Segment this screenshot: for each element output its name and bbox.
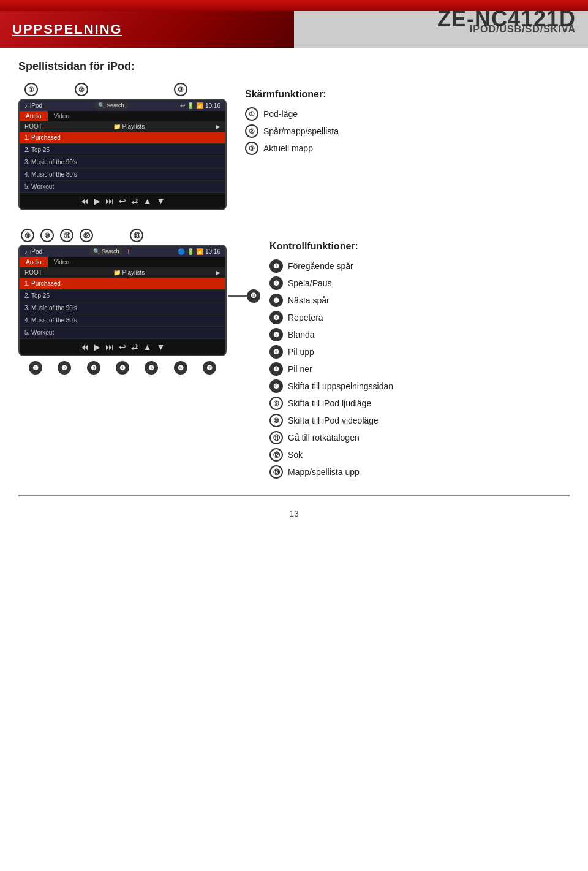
callout-11: ⑪ [60, 229, 74, 242]
ctrl-label-6: Pil upp [288, 347, 314, 357]
top-callout-row: ① ② ③ [18, 83, 227, 96]
ctrl-func-12: ⑫ Sök [270, 448, 570, 462]
screen1-play[interactable]: ▶ [94, 196, 100, 206]
func-item-3: ③ Aktuell mapp [245, 142, 570, 155]
screen1-tab-audio[interactable]: Audio [20, 111, 48, 121]
screen1-playlists: Playlists [123, 123, 145, 130]
ctrl-func-11: ⑪ Gå till rotkatalogen [270, 431, 570, 444]
func-label-3: Aktuell mapp [263, 143, 313, 153]
screen1-shuffle[interactable]: ⇄ [131, 196, 138, 206]
screen1-wrapper: ① ② ③ ♪ iPod 🔍 Search ↩ 🔋 [18, 83, 227, 210]
func-item-2: ② Spår/mapp/spellista [245, 124, 570, 138]
screen2-navbar: ROOT 📁 Playlists ▶ [20, 267, 225, 278]
ctrl-label-4: Repetera [288, 313, 323, 322]
screen2-next[interactable]: ⏭ [105, 342, 114, 352]
screen2-play-btn[interactable]: ▶ [216, 269, 221, 276]
screen2-item-3[interactable]: 3. Music of the 90's [20, 302, 225, 314]
screen1-ipod-label: iPod [30, 102, 42, 109]
ctrl-num-1: ❶ [270, 259, 283, 273]
screen2-item-2[interactable]: 2. Top 25 [20, 290, 225, 302]
screen2-repeat[interactable]: ↩ [119, 342, 126, 352]
ctrl-num-13: ⑬ [270, 465, 283, 479]
callout-btn-3: ❸ [87, 361, 100, 375]
callout-10: ⑩ [40, 229, 54, 242]
screen1-next[interactable]: ⏭ [105, 196, 114, 206]
callout-btn-7: ❼ [203, 361, 216, 375]
page-number: 13 [18, 509, 570, 519]
screen2-down[interactable]: ▼ [157, 342, 165, 352]
ctrl-num-6: ❻ [270, 345, 283, 359]
ctrl-label-11: Gå till rotkatalogen [288, 433, 360, 443]
callout-btn-2: ❷ [58, 361, 71, 375]
callout-12: ⑫ [80, 229, 93, 242]
page-title: Spellistsidan för iPod: [18, 60, 570, 73]
screen2-item-4[interactable]: 4. Music of the 80's [20, 314, 225, 327]
callout-btn-1: ❶ [29, 361, 42, 375]
screen2-play[interactable]: ▶ [94, 342, 100, 352]
ctrl-label-7: Pil ner [288, 364, 312, 374]
func-label-1: Pod-läge [263, 109, 298, 119]
callout-8-container: ❽ [228, 289, 260, 303]
ctrl-func-13: ⑬ Mapp/spellista upp [270, 465, 570, 479]
ctrl-label-2: Spela/Paus [288, 278, 332, 288]
screen2-bt: 🔵 [178, 248, 185, 255]
header-section-title: UPPSPELNING [12, 21, 123, 37]
ctrl-num-2: ❷ [270, 276, 283, 290]
screen1-repeat[interactable]: ↩ [119, 196, 126, 206]
ctrl-label-1: Föregående spår [288, 261, 353, 271]
screen1-tab-video[interactable]: Video [48, 111, 75, 121]
screen2-up[interactable]: ▲ [143, 342, 152, 352]
screen1-search[interactable]: 🔍 Search [94, 102, 127, 109]
screen1-play-btn[interactable]: ▶ [216, 123, 221, 130]
header-left: UPPSPELNING [0, 11, 294, 48]
screen2-controls: ⏮ ▶ ⏭ ↩ ⇄ ▲ ▼ [20, 339, 225, 355]
screen2-tab-audio[interactable]: Audio [20, 257, 48, 267]
screen-section-2: ⑨ ⑩ ⑪ ⑫ ⑬ ♪ iPod 🔍 Search [18, 229, 570, 482]
callout-8-line [228, 295, 247, 297]
screen2-signal: 📶 [196, 248, 203, 255]
ctrl-num-11: ⑪ [270, 431, 283, 444]
ctrl-label-5: Blanda [288, 330, 315, 340]
func-item-1: ① Pod-läge [245, 107, 570, 121]
screen2-search[interactable]: 🔍 Search [89, 248, 123, 255]
ctrl-num-9: ⑨ [270, 397, 283, 410]
screen1-item-1[interactable]: 1. Purchased [20, 132, 225, 144]
ctrl-num-12: ⑫ [270, 448, 283, 462]
ctrl-label-13: Mapp/spellista upp [288, 467, 360, 477]
screen1-item-2[interactable]: 2. Top 25 [20, 144, 225, 156]
control-functions-title: Kontrollfunktioner: [270, 241, 570, 252]
screen2-playlists: Playlists [123, 269, 145, 276]
screen1-prev[interactable]: ⏮ [80, 196, 89, 206]
top-callout-row-2: ⑨ ⑩ ⑪ ⑫ ⑬ [18, 229, 227, 242]
screen1-item-4[interactable]: 4. Music of the 80's [20, 169, 225, 181]
screen1-navbar: ROOT 📁 Playlists ▶ [20, 121, 225, 132]
ctrl-num-10: ⑩ [270, 414, 283, 427]
screen1-item-3[interactable]: 3. Music of the 90's [20, 156, 225, 169]
func-num-3: ③ [245, 142, 258, 155]
callout-3-top: ③ [174, 83, 187, 96]
ctrl-func-3: ❸ Nästa spår [270, 294, 570, 307]
ctrl-func-2: ❷ Spela/Paus [270, 276, 570, 290]
func-num-2: ② [245, 124, 258, 138]
screen2-prev[interactable]: ⏮ [80, 342, 89, 352]
screen1-back-arrow: ↩ [180, 102, 185, 109]
screen2-time: 10:16 [205, 248, 221, 255]
screen2-item-1[interactable]: 1. Purchased [20, 278, 225, 290]
screen1-topbar: ♪ iPod 🔍 Search ↩ 🔋 📶 10:16 [20, 100, 225, 111]
screen2-root: ROOT [24, 269, 42, 276]
screen2-item-5[interactable]: 5. Workout [20, 327, 225, 339]
screen2-shuffle[interactable]: ⇄ [131, 342, 138, 352]
screen1-folder-icon: 📁 [113, 123, 121, 130]
ctrl-func-9: ⑨ Skifta till iPod ljudläge [270, 397, 570, 410]
screen2-tab-video[interactable]: Video [48, 257, 75, 267]
screen2-icon: ♪ [24, 248, 28, 255]
callout-1-top: ① [24, 83, 38, 96]
screen1-up[interactable]: ▲ [143, 196, 152, 206]
screen1-down[interactable]: ▼ [157, 196, 165, 206]
screen-functions-panel: Skärmfunktioner: ① Pod-läge ② Spår/mapp/… [245, 83, 570, 210]
screen1-signal: 📶 [196, 102, 203, 109]
ctrl-func-6: ❻ Pil upp [270, 345, 570, 359]
screen1-item-5[interactable]: 5. Workout [20, 181, 225, 193]
screen-mockup-2: ♪ iPod 🔍 Search T 🔵 🔋 📶 10:16 [18, 245, 227, 356]
ctrl-num-3: ❸ [270, 294, 283, 307]
